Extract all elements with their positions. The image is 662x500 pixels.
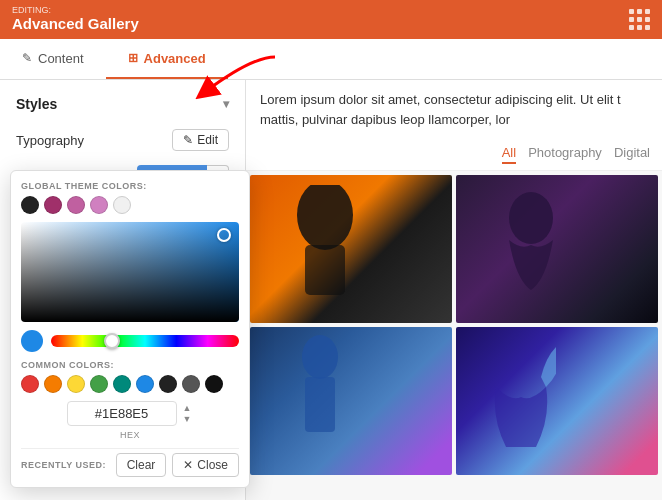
page-title: Advanced Gallery <box>12 15 139 33</box>
hue-thumb[interactable] <box>104 333 120 349</box>
swatch-red[interactable] <box>21 375 39 393</box>
global-theme-label: GLOBAL THEME COLORS: <box>21 181 239 191</box>
editing-label: EDITING: <box>12 6 139 15</box>
tab-advanced-label: Advanced <box>144 51 206 66</box>
gallery-tab-bar: All Photography Digital <box>246 139 662 171</box>
gallery-tab-digital[interactable]: Digital <box>614 145 650 164</box>
image-grid <box>246 171 662 479</box>
common-colors-label: COMMON COLORS: <box>21 360 239 370</box>
close-icon: ✕ <box>183 458 193 472</box>
clear-button[interactable]: Clear <box>116 453 167 477</box>
recently-used-label: RECENTLY USED: <box>21 460 106 470</box>
main-layout: Styles ▾ Typography ✎ Edit Tab Color ▾ G… <box>0 80 662 500</box>
header: EDITING: Advanced Gallery <box>0 0 662 39</box>
close-label: Close <box>197 458 228 472</box>
pencil-icon: ✎ <box>22 51 32 65</box>
image-purple-mask <box>456 175 658 323</box>
swatch-pink[interactable] <box>67 196 85 214</box>
swatch-blue[interactable] <box>136 375 154 393</box>
common-swatches <box>21 375 239 393</box>
close-button[interactable]: ✕ Close <box>172 453 239 477</box>
text-line1: Lorem ipsum dolor sit amet, consectetur … <box>260 92 621 107</box>
hue-slider[interactable] <box>51 335 239 347</box>
hex-input-row: ▲ ▼ <box>21 401 239 426</box>
image-orange-mask <box>250 175 452 323</box>
svg-point-2 <box>509 192 553 244</box>
draped-figure <box>491 190 571 290</box>
image-colorful-body <box>456 327 658 475</box>
styles-label: Styles <box>16 96 57 112</box>
header-left: EDITING: Advanced Gallery <box>12 6 139 33</box>
hex-label: HEX <box>21 430 239 440</box>
tab-bar: ✎ Content ⊞ Advanced <box>0 39 662 80</box>
gradient-dark-overlay <box>21 222 239 322</box>
tab-content[interactable]: ✎ Content <box>0 39 106 79</box>
picker-footer: RECENTLY USED: Clear ✕ Close <box>21 448 239 477</box>
hex-input[interactable] <box>67 401 177 426</box>
text-line2: mattis, pulvinar dapibus leop llamcorper… <box>260 112 510 127</box>
grid-icon[interactable] <box>629 9 650 30</box>
svg-rect-4 <box>305 377 335 432</box>
typography-label: Typography <box>16 133 84 148</box>
sidebar: Styles ▾ Typography ✎ Edit Tab Color ▾ G… <box>0 80 246 500</box>
swatch-dark[interactable] <box>159 375 177 393</box>
swatch-purple-red[interactable] <box>44 196 62 214</box>
swatch-white[interactable] <box>113 196 131 214</box>
styles-section-header: Styles ▾ <box>0 92 245 122</box>
swatch-black2[interactable] <box>205 375 223 393</box>
image-blue-statue <box>250 327 452 475</box>
gallery-tab-all[interactable]: All <box>502 145 516 164</box>
svg-point-3 <box>302 335 338 379</box>
color-picker-popup: GLOBAL THEME COLORS: COMM <box>10 170 250 488</box>
chevron-down-icon[interactable]: ▾ <box>223 97 229 111</box>
grid-small-icon: ⊞ <box>128 51 138 65</box>
statue-figure <box>280 332 360 452</box>
hex-decrement-button[interactable]: ▼ <box>181 414 194 425</box>
selected-color-preview <box>21 330 43 352</box>
tab-advanced[interactable]: ⊞ Advanced <box>106 39 228 79</box>
gallery-image-1[interactable] <box>250 175 452 323</box>
content-area: Lorem ipsum dolor sit amet, consectetur … <box>246 80 662 500</box>
global-theme-swatches <box>21 196 239 214</box>
hex-spinners: ▲ ▼ <box>181 403 194 425</box>
picker-actions: Clear ✕ Close <box>116 453 239 477</box>
swatch-yellow[interactable] <box>67 375 85 393</box>
tab-content-label: Content <box>38 51 84 66</box>
swatch-light-pink[interactable] <box>90 196 108 214</box>
gradient-handle[interactable] <box>217 228 231 242</box>
gallery-image-4[interactable] <box>456 327 658 475</box>
hue-slider-row <box>21 330 239 352</box>
typography-edit-button[interactable]: ✎ Edit <box>172 129 229 151</box>
gallery-image-2[interactable] <box>456 175 658 323</box>
edit-icon: ✎ <box>183 133 193 147</box>
intro-text: Lorem ipsum dolor sit amet, consectetur … <box>246 80 662 139</box>
swatch-gray[interactable] <box>182 375 200 393</box>
gallery-tab-photography[interactable]: Photography <box>528 145 602 164</box>
svg-rect-1 <box>305 245 345 295</box>
edit-label: Edit <box>197 133 218 147</box>
colorful-figure <box>486 337 556 447</box>
swatch-teal[interactable] <box>113 375 131 393</box>
typography-row: Typography ✎ Edit <box>0 122 245 158</box>
swatch-green[interactable] <box>90 375 108 393</box>
gallery-image-3[interactable] <box>250 327 452 475</box>
mask-figure <box>280 185 370 295</box>
color-gradient-canvas[interactable] <box>21 222 239 322</box>
hex-increment-button[interactable]: ▲ <box>181 403 194 414</box>
swatch-orange[interactable] <box>44 375 62 393</box>
svg-point-0 <box>297 185 353 250</box>
swatch-black[interactable] <box>21 196 39 214</box>
